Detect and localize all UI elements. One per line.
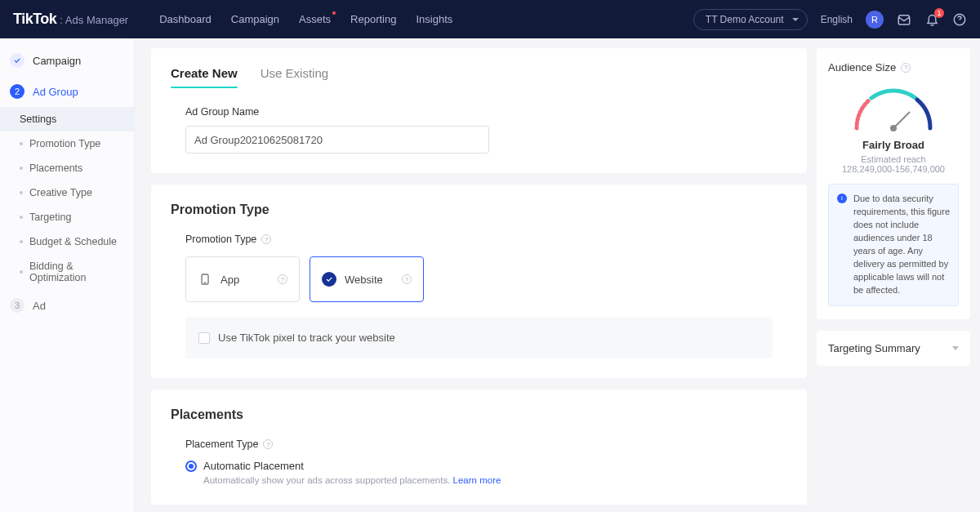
- pixel-label: Use TikTok pixel to track your website: [218, 332, 395, 344]
- help-icon[interactable]: ?: [278, 274, 287, 284]
- card-audience-size: Audience Size ? Fairly Broad Estimated r…: [817, 48, 970, 319]
- sidebar-item-promotion-type[interactable]: Promotion Type: [0, 131, 134, 156]
- brand-logo: TikTok: [13, 11, 56, 28]
- nav-assets[interactable]: Assets: [299, 13, 331, 25]
- right-rail: Audience Size ? Fairly Broad Estimated r…: [817, 38, 980, 512]
- chevron-down-icon: [952, 346, 959, 350]
- card-placements: Placements Placement Type ? Automatic Pl…: [151, 390, 807, 505]
- learn-more-link[interactable]: Learn more: [453, 475, 501, 485]
- tab-create-new[interactable]: Create New: [171, 66, 238, 88]
- card-promotion-type: Promotion Type Promotion Type ? App ?: [151, 185, 807, 378]
- dot-icon: [20, 240, 23, 243]
- section-title: Placements: [171, 407, 787, 422]
- step-label: Campaign: [33, 55, 81, 67]
- checkbox-icon[interactable]: [198, 332, 210, 344]
- nav-reporting[interactable]: Reporting: [350, 13, 396, 25]
- notice-text: Due to data security requirements, this …: [853, 193, 950, 297]
- section-title: Promotion Type: [171, 203, 787, 217]
- radio-label: Automatic Placement: [203, 460, 304, 472]
- nav-campaign[interactable]: Campaign: [231, 13, 279, 25]
- pixel-checkbox-row[interactable]: Use TikTok pixel to track your website: [185, 317, 773, 358]
- promo-option-website[interactable]: Website ?: [310, 256, 424, 302]
- tab-use-existing[interactable]: Use Existing: [261, 66, 328, 88]
- promo-app-label: App: [220, 274, 239, 286]
- step-number-icon: 2: [10, 84, 24, 99]
- main-content: Create New Use Existing Ad Group Name Pr…: [135, 38, 817, 512]
- substeps: Settings Promotion Type Placements Creat…: [0, 107, 134, 290]
- promo-type-label: Promotion Type: [185, 234, 256, 245]
- sidebar-item-creative-type[interactable]: Creative Type: [0, 180, 134, 205]
- help-icon[interactable]: [952, 12, 967, 27]
- gauge-icon: [828, 83, 959, 132]
- brand-subtitle: : Ads Manager: [60, 14, 128, 26]
- audience-sub: Estimated reach: [828, 154, 959, 164]
- avatar[interactable]: R: [866, 11, 884, 29]
- audience-title: Audience Size: [828, 61, 896, 73]
- adgroup-name-input[interactable]: [185, 126, 489, 154]
- notifications-icon[interactable]: [924, 12, 939, 27]
- dot-icon: [20, 142, 23, 145]
- targeting-summary-label: Targeting Summary: [828, 342, 920, 354]
- dot-icon: [20, 270, 23, 274]
- sidebar: Campaign 2 Ad Group Settings Promotion T…: [0, 38, 135, 512]
- sidebar-item-targeting[interactable]: Targeting: [0, 205, 134, 229]
- card-targeting-summary[interactable]: Targeting Summary: [817, 331, 970, 366]
- placement-type-label: Placement Type: [185, 439, 258, 450]
- dot-icon: [20, 167, 23, 170]
- audience-status: Fairly Broad: [828, 139, 959, 151]
- nav-dashboard[interactable]: Dashboard: [159, 13, 212, 25]
- tabs: Create New Use Existing: [171, 66, 787, 88]
- card-adgroup-name: Create New Use Existing Ad Group Name: [151, 48, 807, 173]
- check-icon: [10, 53, 24, 68]
- language-selector[interactable]: English: [821, 14, 853, 25]
- help-icon[interactable]: ?: [901, 63, 911, 73]
- promo-option-app[interactable]: App ?: [185, 256, 300, 302]
- placement-hint: Automatically show your ads across suppo…: [171, 475, 787, 485]
- radio-automatic-placement[interactable]: Automatic Placement: [171, 460, 787, 472]
- promo-website-label: Website: [345, 274, 383, 286]
- account-selector[interactable]: TT Demo Account: [693, 9, 808, 30]
- brand: TikTok : Ads Manager: [13, 11, 128, 28]
- svg-point-4: [890, 125, 897, 131]
- step-number-icon: 3: [10, 298, 24, 313]
- adgroup-name-label: Ad Group Name: [185, 106, 773, 118]
- nav-insights[interactable]: Insights: [416, 13, 452, 25]
- nav-links: Dashboard Campaign Assets Reporting Insi…: [159, 13, 452, 25]
- sidebar-item-bidding-optimization[interactable]: Bidding & Optimization: [0, 254, 134, 290]
- step-ad[interactable]: 3 Ad: [0, 290, 134, 321]
- step-adgroup[interactable]: 2 Ad Group: [0, 76, 134, 107]
- help-icon[interactable]: ?: [263, 439, 273, 449]
- radio-icon: [185, 461, 197, 472]
- help-icon[interactable]: ?: [402, 274, 412, 284]
- help-icon[interactable]: ?: [261, 234, 271, 244]
- step-label: Ad: [33, 300, 46, 312]
- account-label: TT Demo Account: [706, 14, 784, 25]
- nav-right: TT Demo Account English R: [693, 9, 967, 30]
- step-campaign[interactable]: Campaign: [0, 45, 134, 76]
- inbox-icon[interactable]: [897, 12, 911, 27]
- sidebar-item-settings[interactable]: Settings: [0, 107, 134, 131]
- app-icon: [198, 272, 212, 287]
- audience-range: 128,249,000-156,749,000: [828, 164, 959, 174]
- info-icon: i: [837, 194, 847, 203]
- sidebar-item-placements[interactable]: Placements: [0, 156, 134, 180]
- check-icon: [322, 272, 336, 287]
- sidebar-item-budget-schedule[interactable]: Budget & Schedule: [0, 229, 134, 254]
- notice-box: i Due to data security requirements, thi…: [828, 184, 959, 306]
- dot-icon: [20, 216, 23, 219]
- top-nav: TikTok : Ads Manager Dashboard Campaign …: [0, 0, 980, 38]
- step-label: Ad Group: [33, 86, 78, 98]
- svg-line-3: [893, 112, 910, 128]
- dot-icon: [20, 191, 23, 194]
